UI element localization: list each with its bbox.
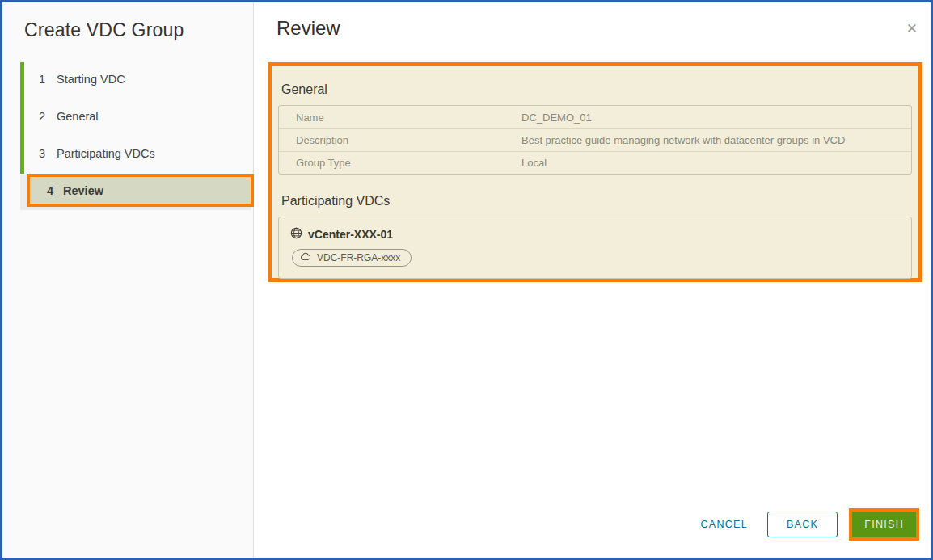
wizard-title: Create VDC Group [24, 19, 184, 41]
wizard-footer: CANCEL BACK FINISH [700, 508, 919, 541]
table-row: Group Type Local [279, 151, 911, 174]
vdc-chip-label: VDC-FR-RGA-xxxx [317, 252, 400, 263]
completed-steps-bar [20, 62, 24, 174]
globe-icon [290, 227, 302, 242]
cloud-icon [300, 251, 312, 264]
step-number: 2 [39, 110, 57, 123]
step-label: Starting VDC [57, 73, 125, 86]
participating-vdcs-section-title: Participating VDCs [281, 194, 912, 208]
step-number: 4 [47, 184, 63, 197]
step-review-zone: 4 Review [2, 174, 253, 214]
vcenter-name: vCenter-XXX-01 [308, 228, 393, 241]
close-icon[interactable]: ✕ [906, 22, 918, 36]
step-label: Participating VDCs [57, 147, 155, 160]
row-value: Local [521, 157, 547, 169]
finish-button[interactable]: FINISH [852, 512, 916, 537]
step-label: General [57, 110, 99, 123]
step-number: 1 [39, 73, 57, 86]
vdc-chip: VDC-FR-RGA-xxxx [292, 249, 412, 267]
general-review-table: Name DC_DEMO_01 Description Best practic… [278, 105, 912, 175]
row-label: Name [279, 112, 521, 124]
table-row: Description Best practice guide managing… [279, 128, 911, 151]
general-section-title: General [281, 82, 912, 97]
cancel-button[interactable]: CANCEL [700, 519, 748, 530]
table-row: Name DC_DEMO_01 [279, 106, 911, 128]
step-number: 3 [39, 147, 57, 160]
step-starting-vdc[interactable]: 1 Starting VDC [2, 61, 253, 98]
step-label: Review [63, 184, 103, 197]
participating-vdcs-card: vCenter-XXX-01 VDC-FR-RGA-xxxx [278, 217, 912, 279]
row-value: Best practice guide managing network wit… [521, 134, 845, 146]
review-annotation-box: General Name DC_DEMO_01 Description Best… [268, 62, 922, 282]
row-value: DC_DEMO_01 [521, 112, 592, 124]
wizard-stepper: 1 Starting VDC 2 General 3 Participating… [2, 61, 253, 214]
page-title: Review [277, 17, 340, 40]
back-button[interactable]: BACK [767, 512, 838, 537]
wizard-main-panel: Review ✕ General Name DC_DEMO_01 Descrip… [254, 2, 931, 558]
create-vdc-group-dialog: Create VDC Group 1 Starting VDC 2 Genera… [0, 0, 933, 560]
step-participating-vdcs[interactable]: 3 Participating VDCs [2, 135, 253, 172]
row-label: Description [279, 134, 521, 146]
step-general[interactable]: 2 General [2, 98, 253, 135]
row-label: Group Type [279, 157, 521, 169]
vcenter-entry: vCenter-XXX-01 [290, 227, 900, 242]
step-review[interactable]: 4 Review [27, 174, 254, 207]
finish-annotation-box: FINISH [849, 508, 919, 541]
wizard-sidebar: Create VDC Group 1 Starting VDC 2 Genera… [2, 2, 254, 558]
